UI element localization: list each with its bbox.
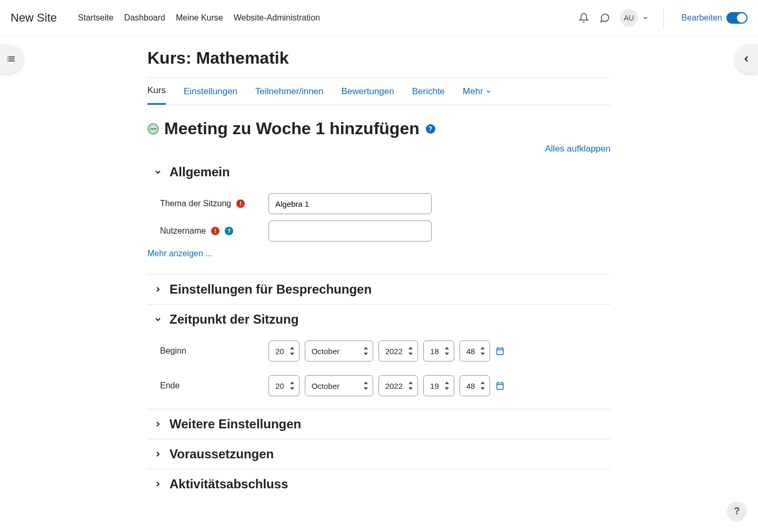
section-completion-title: Aktivitätsabschluss (169, 477, 288, 491)
start-hour-select[interactable]: 18 (423, 340, 454, 362)
nav-home[interactable]: Startseite (78, 13, 114, 23)
footer-help-button[interactable]: ? (727, 501, 746, 520)
section-session-time: Zeitpunkt der Sitzung Beginn 20 October (147, 305, 611, 409)
start-month-value: October (312, 347, 340, 356)
topbar-right: AU Bearbeiten (578, 7, 747, 28)
sort-icon (444, 347, 450, 355)
sort-icon (290, 382, 295, 390)
tab-course[interactable]: Kurs (147, 85, 166, 105)
user-menu[interactable]: AU (620, 9, 649, 27)
activity-heading: Meeting zu Woche 1 hinzufügen ? (147, 119, 611, 138)
page-title: Kurs: Mathematik (147, 48, 611, 68)
start-min-value: 48 (466, 347, 475, 356)
sort-icon (444, 382, 450, 390)
sort-icon (408, 347, 413, 355)
section-restrictions-title: Voraussetzungen (169, 447, 274, 461)
chevron-right-icon (154, 450, 162, 458)
section-restrictions: Voraussetzungen (147, 439, 611, 469)
field-start: Beginn 20 October 2022 (147, 337, 611, 365)
chat-icon[interactable] (599, 12, 611, 24)
sort-icon (290, 347, 295, 355)
sort-icon (408, 382, 413, 390)
start-min-select[interactable]: 48 (460, 340, 491, 362)
sort-icon (363, 382, 368, 390)
meeting-activity-icon (147, 123, 159, 135)
end-year-select[interactable]: 2022 (378, 375, 418, 396)
start-month-select[interactable]: October (305, 340, 373, 362)
nav-dashboard[interactable]: Dashboard (124, 13, 165, 23)
nav-mycourses[interactable]: Meine Kurse (176, 13, 223, 23)
tab-reports[interactable]: Berichte (412, 85, 445, 105)
field-username-label: Nutzername (160, 226, 206, 236)
primary-nav: Startseite Dashboard Meine Kurse Website… (78, 13, 320, 23)
field-topic: Thema der Sitzung ! (147, 190, 611, 217)
chevron-right-icon (154, 285, 162, 294)
end-month-select[interactable]: October (305, 375, 373, 396)
help-icon[interactable]: ? (225, 227, 233, 235)
end-min-select[interactable]: 48 (460, 375, 491, 396)
calendar-icon[interactable] (495, 346, 505, 356)
username-input[interactable] (268, 220, 432, 242)
required-icon: ! (211, 227, 220, 235)
section-session-time-toggle[interactable]: Zeitpunkt der Sitzung (147, 305, 611, 334)
drawer-toggle-right[interactable] (735, 45, 758, 73)
expand-all-link[interactable]: Alles aufklappen (545, 144, 611, 154)
svg-point-0 (7, 57, 8, 58)
field-end: Ende 20 October 2022 (147, 372, 611, 399)
end-year-value: 2022 (385, 382, 403, 390)
tab-grades[interactable]: Bewertungen (342, 85, 394, 105)
main-content: Kurs: Mathematik Kurs Einstellungen Teil… (142, 48, 616, 520)
end-hour-select[interactable]: 19 (423, 375, 454, 396)
tab-more[interactable]: Mehr (463, 85, 492, 105)
section-more-settings: Weitere Einstellungen (147, 409, 611, 439)
field-username: Nutzername ! ? (147, 217, 611, 245)
tab-settings[interactable]: Einstellungen (184, 85, 237, 105)
end-hour-value: 19 (430, 382, 439, 390)
sort-icon (363, 347, 368, 355)
show-more-link[interactable]: Mehr anzeigen ... (147, 249, 213, 258)
site-brand[interactable]: New Site (11, 11, 57, 25)
section-completion-toggle[interactable]: Aktivitätsabschluss (147, 469, 611, 499)
start-hour-value: 18 (430, 347, 439, 356)
start-day-select[interactable]: 20 (268, 340, 300, 362)
section-session-time-title: Zeitpunkt der Sitzung (169, 312, 298, 327)
svg-point-1 (7, 58, 8, 59)
list-icon (7, 54, 16, 64)
edit-mode-toggle[interactable]: Bearbeiten (682, 12, 747, 24)
chevron-right-icon (154, 420, 162, 428)
chevron-down-icon (642, 15, 649, 21)
required-icon: ! (236, 199, 245, 208)
end-day-select[interactable]: 20 (268, 375, 300, 396)
top-navbar: New Site Startseite Dashboard Meine Kurs… (0, 0, 758, 36)
bell-icon[interactable] (578, 12, 590, 24)
topic-input[interactable] (268, 193, 432, 214)
chevron-right-icon (154, 480, 162, 488)
section-general-toggle[interactable]: Allgemein (147, 157, 611, 187)
section-general: Allgemein Thema der Sitzung ! Nutzername… (147, 157, 611, 275)
help-icon[interactable]: ? (426, 124, 435, 134)
section-more-settings-toggle[interactable]: Weitere Einstellungen (147, 409, 611, 439)
section-meeting-settings-toggle[interactable]: Einstellungen für Besprechungen (147, 275, 611, 304)
chevron-down-icon (154, 315, 162, 324)
end-day-value: 20 (275, 382, 284, 390)
sort-icon (480, 347, 485, 355)
section-completion: Aktivitätsabschluss (147, 469, 611, 499)
end-month-value: October (312, 382, 340, 390)
nav-admin[interactable]: Website-Administration (234, 13, 320, 23)
drawer-toggle-left[interactable] (0, 45, 23, 73)
calendar-icon[interactable] (495, 381, 505, 390)
tab-participants[interactable]: Teilnehmer/innen (255, 85, 323, 105)
start-year-value: 2022 (385, 347, 403, 356)
field-end-label: Ende (160, 381, 179, 390)
start-year-select[interactable]: 2022 (378, 340, 418, 362)
expand-all: Alles aufklappen (147, 144, 611, 154)
svg-point-2 (7, 61, 8, 62)
start-day-value: 20 (275, 347, 284, 356)
toggle-switch-icon[interactable] (726, 12, 747, 24)
tab-more-label: Mehr (463, 86, 483, 97)
section-general-title: Allgemein (169, 165, 230, 179)
field-topic-label: Thema der Sitzung (160, 199, 231, 208)
section-restrictions-toggle[interactable]: Voraussetzungen (147, 439, 611, 469)
chevron-down-icon (485, 88, 492, 95)
section-more-settings-title: Weitere Einstellungen (169, 417, 301, 431)
